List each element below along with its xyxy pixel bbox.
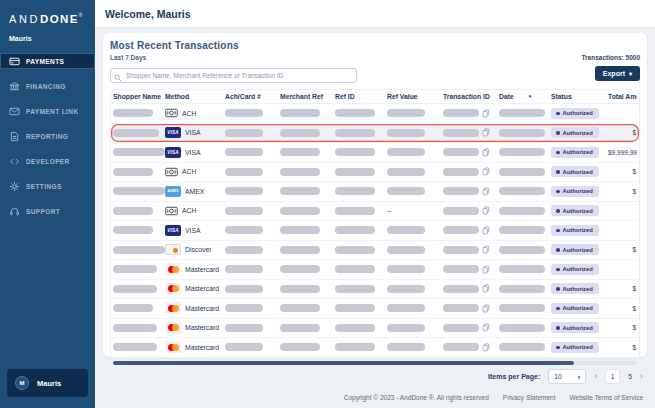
- placeholder-bar: [225, 129, 263, 137]
- placeholder-bar: [225, 246, 263, 254]
- welcome-title: Welcome, Mauris: [95, 8, 191, 20]
- copy-icon[interactable]: [482, 343, 490, 352]
- status-badge: Authorized: [551, 127, 599, 138]
- sidebar-item-support[interactable]: SUPPORT: [0, 203, 95, 219]
- cell-shopper-name: [113, 109, 165, 117]
- column-header-ach-card-: Ach/Card #: [225, 93, 280, 100]
- chevron-down-icon: ▾: [578, 374, 581, 380]
- table-row[interactable]: DiscoverAuthorized$: [111, 241, 639, 261]
- current-page-button[interactable]: 1: [605, 369, 620, 384]
- copy-icon[interactable]: [482, 245, 490, 254]
- visa-icon: VISA: [165, 147, 181, 158]
- copy-icon[interactable]: [482, 187, 490, 196]
- table-row[interactable]: MastercardAuthorized: [111, 260, 639, 280]
- sidebar-item-reporting[interactable]: REPORTING: [0, 128, 95, 144]
- cell-total-amount: $: [608, 299, 637, 319]
- column-header-date[interactable]: Date▼: [499, 93, 551, 100]
- cell-method: AMEXAMEX: [165, 186, 225, 197]
- copy-icon[interactable]: [482, 284, 490, 293]
- placeholder-bar: [335, 324, 375, 332]
- copy-icon[interactable]: [482, 128, 490, 137]
- method-label: ACH: [182, 110, 196, 117]
- table-row-highlighted[interactable]: VISAVISAAuthorized$: [111, 124, 639, 144]
- status-label: Authorized: [563, 247, 593, 253]
- amex-icon: AMEX: [165, 186, 181, 197]
- table-row[interactable]: VISAVISAAuthorized: [111, 221, 639, 241]
- next-page-button[interactable]: ›: [640, 372, 643, 381]
- table-row[interactable]: ACHAuthorized$: [111, 163, 639, 183]
- table-row[interactable]: AMEXAMEXAuthorized$: [111, 182, 639, 202]
- sort-descending-icon[interactable]: ▼: [528, 94, 532, 99]
- table-row[interactable]: ACH--Authorized: [111, 202, 639, 222]
- copy-icon[interactable]: [482, 109, 490, 118]
- copy-icon[interactable]: [482, 304, 490, 313]
- user-menu[interactable]: M Mauris: [7, 369, 88, 397]
- horizontal-scrollbar-thumb[interactable]: [113, 361, 574, 365]
- placeholder-bar: [335, 168, 375, 176]
- copy-icon[interactable]: [482, 323, 490, 332]
- sidebar-item-payments[interactable]: PAYMENTS: [0, 53, 95, 69]
- cell-method: Mastercard: [165, 322, 225, 334]
- placeholder-bar: [280, 168, 320, 176]
- status-badge: Authorized: [551, 205, 599, 216]
- items-per-page-select[interactable]: 10 ▾: [548, 369, 586, 384]
- cell-transaction-id: [443, 265, 499, 274]
- method-label: VISA: [185, 149, 201, 156]
- placeholder-bar: [225, 226, 263, 234]
- copy-icon[interactable]: [482, 148, 490, 157]
- column-header-status: Status: [551, 93, 608, 100]
- terms-of-service-link[interactable]: Website Terms of Service: [570, 394, 643, 401]
- cell-ach-card-number: [225, 207, 280, 215]
- prev-page-button[interactable]: ‹: [594, 372, 597, 381]
- sidebar-item-developer[interactable]: DEVELOPER: [0, 153, 95, 169]
- placeholder-bar: [499, 304, 545, 312]
- cell-status: Authorized: [551, 264, 608, 275]
- placeholder-bar: [113, 187, 165, 195]
- top-bar: Welcome, Mauris: [95, 0, 655, 28]
- sidebar-item-payment-link[interactable]: PAYMENT LINK: [0, 103, 95, 119]
- cell-total-amount: $: [608, 240, 637, 260]
- placeholder-bar: [387, 285, 425, 293]
- items-per-page-value: 10: [554, 373, 562, 380]
- placeholder-bar: [280, 207, 320, 215]
- placeholder-bar: [387, 168, 425, 176]
- date-range-label: Last 7 Days: [110, 54, 146, 61]
- table-row[interactable]: VISAVISAAuthorized$9,999,99: [111, 143, 639, 163]
- status-label: Authorized: [563, 130, 593, 136]
- export-button[interactable]: Export ▾: [595, 66, 640, 81]
- cell-total-amount: $: [608, 279, 637, 299]
- table-row[interactable]: MastercardAuthorized$: [111, 280, 639, 300]
- placeholder-bar: [335, 148, 375, 156]
- reporting-icon: [9, 131, 20, 142]
- status-dot-icon: [556, 131, 560, 135]
- cell-date: [499, 226, 551, 234]
- cell-ach-card-number: [225, 129, 280, 137]
- status-dot-icon: [556, 112, 560, 116]
- placeholder-bar: [387, 129, 425, 137]
- cell-date: [499, 285, 551, 293]
- table-row[interactable]: ACHAuthorized: [111, 104, 639, 124]
- cell-method: Mastercard: [165, 302, 225, 314]
- copy-icon[interactable]: [482, 167, 490, 176]
- search-input[interactable]: [110, 68, 357, 83]
- cell-date: [499, 324, 551, 332]
- status-label: Authorized: [563, 188, 593, 194]
- copy-icon[interactable]: [482, 206, 490, 215]
- table-row[interactable]: MastercardAuthorized$: [111, 319, 639, 339]
- copy-icon[interactable]: [482, 226, 490, 235]
- anddone-logo: ANDDONE®: [0, 0, 95, 27]
- table-row[interactable]: MastercardAuthorized$: [111, 338, 639, 358]
- copy-icon[interactable]: [482, 265, 490, 274]
- table-row[interactable]: MastercardAuthorized$: [111, 299, 639, 319]
- method-label: AMEX: [185, 188, 204, 195]
- cell-ref-value: [387, 129, 443, 137]
- method-label: Mastercard: [185, 324, 219, 331]
- method-label: VISA: [185, 227, 201, 234]
- last-page-button[interactable]: 5: [628, 373, 632, 380]
- sidebar-item-settings[interactable]: SETTINGS: [0, 178, 95, 194]
- status-badge: Authorized: [551, 166, 599, 177]
- cell-date: [499, 129, 551, 137]
- horizontal-scrollbar-track[interactable]: [113, 361, 637, 365]
- sidebar-item-financing[interactable]: FINANCING: [0, 78, 95, 94]
- privacy-statement-link[interactable]: Privacy Statement: [503, 394, 556, 401]
